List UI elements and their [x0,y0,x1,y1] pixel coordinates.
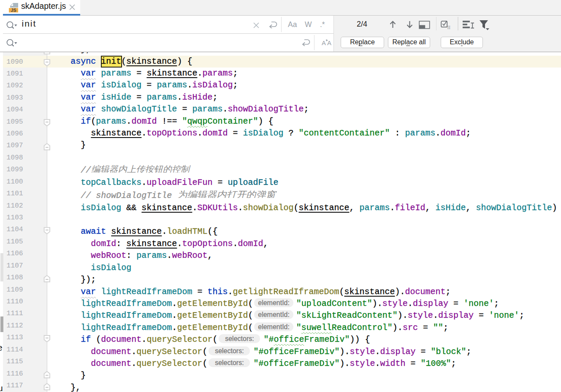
svg-text:为编辑器内打开的弹窗: 为编辑器内打开的弹窗 [177,190,277,198]
svg-text:A: A [322,39,326,46]
svg-text:II: II [447,25,451,30]
svg-text:JS: JS [11,8,16,13]
svg-text:编辑器内上传按钮的控制: 编辑器内上传按钮的控制 [91,165,191,173]
